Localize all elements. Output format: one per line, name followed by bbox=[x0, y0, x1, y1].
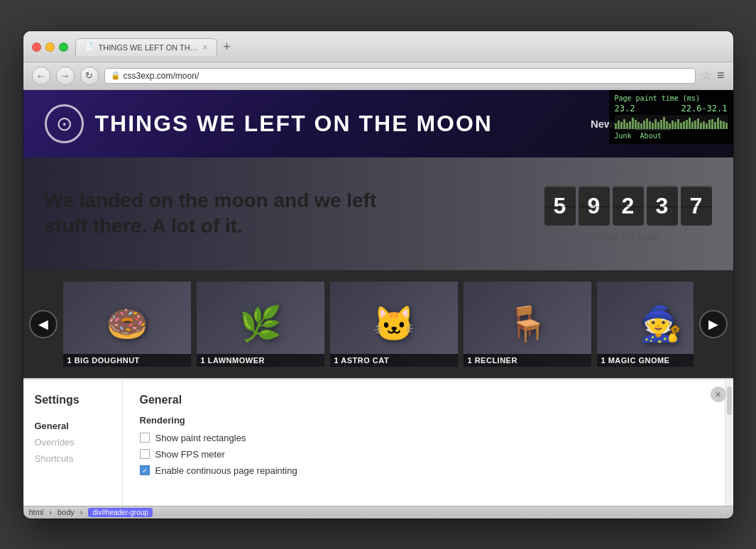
item-label-gnome: 1 MAGIC GNOME bbox=[597, 354, 694, 367]
repainting-checkbox[interactable]: ✓ bbox=[140, 465, 150, 475]
paint-nav-items: Junk About bbox=[615, 132, 728, 140]
website: THINGS WE LEFT ON THE MOON News Things S… bbox=[23, 90, 733, 518]
carousel-next-button[interactable]: ▶ bbox=[699, 310, 728, 338]
status-html[interactable]: html bbox=[29, 508, 44, 516]
back-icon: ← bbox=[36, 70, 46, 82]
hero-text: We landed on the moon and we left stuff … bbox=[45, 188, 378, 240]
settings-rendering-title: Rendering bbox=[140, 415, 708, 426]
digit-2: 2 bbox=[613, 186, 644, 226]
list-item[interactable]: 🐱 1 ASTRO CAT bbox=[330, 282, 458, 367]
minimize-button[interactable] bbox=[45, 43, 55, 52]
refresh-button[interactable]: ↻ bbox=[80, 67, 99, 85]
paint-overlay-title: Page paint time (ms) bbox=[615, 94, 728, 102]
list-item[interactable]: 🪑 1 RECLINER bbox=[464, 282, 591, 367]
lawnmower-icon: 🌿 bbox=[239, 304, 282, 344]
paint-time-overlay: Page paint time (ms) 23.2 22.6-32.1 bbox=[609, 90, 733, 144]
site-logo-icon bbox=[45, 104, 84, 143]
paint-values: 23.2 22.6-32.1 bbox=[615, 104, 728, 113]
settings-sidebar-title: Settings bbox=[35, 394, 111, 406]
paint-value-range: 22.6-32.1 bbox=[681, 104, 727, 113]
settings-close-button[interactable]: × bbox=[711, 387, 726, 402]
carousel-items: 🍩 1 BIG DOUGHNUT 🌿 1 LAWNMOWER bbox=[63, 282, 694, 367]
tab-bar: 📄 THINGS WE LEFT ON THE M × + bbox=[75, 38, 725, 56]
address-icon: 🔒 bbox=[111, 71, 121, 80]
repainting-label: Enable continuous page repainting bbox=[155, 465, 297, 476]
next-icon: ▶ bbox=[708, 316, 718, 332]
doughnut-icon: 🍩 bbox=[106, 304, 148, 344]
carousel-prev-button[interactable]: ◀ bbox=[29, 310, 57, 338]
gnome-icon: 🧙 bbox=[640, 304, 682, 344]
item-label-doughnut: 1 BIG DOUGHNUT bbox=[63, 354, 191, 367]
settings-option-fps: Show FPS meter bbox=[140, 449, 708, 460]
close-icon: × bbox=[715, 389, 721, 400]
site-logo-area: THINGS WE LEFT ON THE MOON bbox=[45, 104, 493, 143]
site-header: THINGS WE LEFT ON THE MOON News Things S… bbox=[23, 90, 733, 157]
close-button[interactable] bbox=[32, 43, 41, 52]
scrollbar-thumb[interactable] bbox=[727, 387, 732, 415]
maximize-button[interactable] bbox=[59, 43, 68, 52]
new-tab-button[interactable]: + bbox=[219, 39, 236, 56]
paint-rects-label: Show paint rectangles bbox=[155, 433, 246, 443]
forward-button[interactable]: → bbox=[56, 67, 75, 85]
recliner-icon: 🪑 bbox=[506, 304, 549, 344]
window-controls bbox=[32, 43, 68, 52]
back-button[interactable]: ← bbox=[32, 67, 50, 85]
hero-section: We landed on the moon and we left stuff … bbox=[23, 157, 733, 270]
browser-window: 📄 THINGS WE LEFT ON THE M × + ← → ↻ 🔒 cs… bbox=[23, 31, 733, 518]
list-item[interactable]: 🌿 1 LAWNMOWER bbox=[197, 282, 324, 367]
settings-content: General Rendering Show paint rectangles … bbox=[123, 379, 725, 506]
items-carousel: ◀ 🍩 1 BIG DOUGHNUT 🌿 bbox=[23, 270, 733, 378]
settings-scrollbar[interactable] bbox=[725, 379, 733, 506]
tab-title: THINGS WE LEFT ON THE M bbox=[99, 43, 199, 52]
refresh-icon: ↻ bbox=[85, 70, 93, 81]
tab-close-icon[interactable]: × bbox=[202, 43, 207, 52]
item-label-recliner: 1 RECLINER bbox=[464, 354, 591, 367]
item-label-astrocat: 1 ASTRO CAT bbox=[330, 354, 458, 367]
bookmark-button[interactable]: ☆ bbox=[701, 69, 711, 82]
title-bar: 📄 THINGS WE LEFT ON THE M × + bbox=[23, 31, 733, 62]
paint-nav-about[interactable]: About bbox=[640, 132, 662, 140]
settings-option-paint-rects: Show paint rectangles bbox=[140, 433, 708, 443]
status-bar: html › body › div#header-group bbox=[23, 506, 733, 518]
browser-tab[interactable]: 📄 THINGS WE LEFT ON THE M × bbox=[75, 38, 217, 56]
digit-3: 3 bbox=[647, 186, 678, 226]
digit-4: 7 bbox=[681, 186, 712, 226]
address-text: css3exp.com/moon/ bbox=[124, 71, 199, 81]
status-body[interactable]: body bbox=[57, 508, 75, 516]
counter-area: 5 9 2 3 7 things left so far. bbox=[544, 186, 712, 242]
paint-nav-junk[interactable]: Junk bbox=[615, 132, 632, 140]
forward-icon: → bbox=[60, 70, 70, 82]
counter-label: things left so far. bbox=[594, 231, 662, 242]
list-item[interactable]: 🍩 1 BIG DOUGHNUT bbox=[63, 282, 191, 367]
fps-checkbox[interactable] bbox=[140, 449, 150, 459]
address-bar[interactable]: 🔒 css3exp.com/moon/ bbox=[104, 68, 696, 84]
settings-sidebar: Settings General Overrides Shortcuts bbox=[23, 379, 123, 506]
prev-icon: ◀ bbox=[38, 316, 48, 332]
site-title: THINGS WE LEFT ON THE MOON bbox=[95, 111, 493, 137]
settings-section-title: General bbox=[140, 394, 708, 406]
cat-icon: 🐱 bbox=[373, 304, 415, 344]
status-badge[interactable]: div#header-group bbox=[88, 508, 152, 517]
digit-display: 5 9 2 3 7 bbox=[544, 186, 712, 226]
digit-0: 5 bbox=[544, 186, 576, 226]
tab-favicon-icon: 📄 bbox=[84, 43, 94, 52]
paint-rects-checkbox[interactable] bbox=[140, 433, 150, 443]
settings-panel: × Settings General Overrides Shortcuts G… bbox=[23, 378, 733, 506]
settings-option-repainting: ✓ Enable continuous page repainting bbox=[140, 465, 708, 476]
digit-1: 9 bbox=[579, 186, 610, 226]
title-bar-top: 📄 THINGS WE LEFT ON THE M × + bbox=[32, 38, 725, 56]
settings-nav-general[interactable]: General bbox=[35, 418, 111, 434]
status-separator: › bbox=[80, 508, 83, 516]
moon-logo-icon bbox=[51, 111, 77, 136]
settings-nav-overrides[interactable]: Overrides bbox=[35, 434, 111, 450]
fps-label: Show FPS meter bbox=[155, 449, 225, 460]
list-item[interactable]: 🧙 1 MAGIC GNOME bbox=[597, 282, 694, 367]
paint-bar-chart bbox=[615, 115, 728, 129]
item-label-lawnmower: 1 LAWNMOWER bbox=[197, 354, 324, 367]
status-separator: › bbox=[49, 508, 52, 516]
menu-button[interactable]: ≡ bbox=[717, 68, 725, 83]
nav-bar: ← → ↻ 🔒 css3exp.com/moon/ ☆ ≡ bbox=[23, 62, 733, 90]
paint-value-current: 23.2 bbox=[615, 104, 635, 113]
settings-nav-shortcuts[interactable]: Shortcuts bbox=[35, 450, 111, 467]
